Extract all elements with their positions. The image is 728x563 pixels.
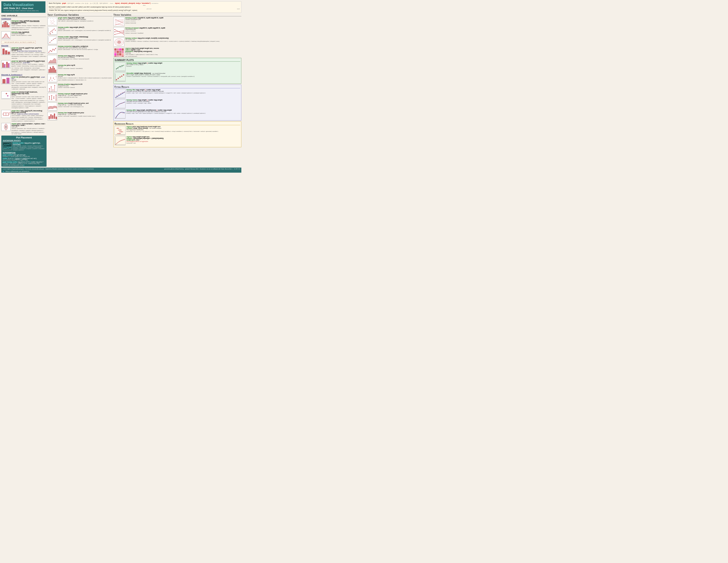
svg-point-102 [56, 77, 56, 77]
svg-point-80 [55, 48, 56, 49]
page: Data Visualization with Stata 14.1 Cheat… [0, 0, 243, 188]
svg-point-54 [51, 31, 51, 32]
contour-name: 3D contour plot [125, 39, 241, 40]
twoway-rbar-options: vertical • horizontal • barwidth(#) • mw… [58, 115, 113, 117]
svg-point-221 [119, 133, 120, 134]
right-column: Three Variables [113, 14, 241, 167]
pcspike-note: (sysuse nlswide1) [125, 20, 241, 22]
lfitci-thumb [114, 89, 126, 98]
twoway-rbar-entry: twoway rbar length headroom price range … [47, 112, 113, 120]
lowess-options: bwidth(#) • mean • noweight • logit • ad… [126, 102, 240, 104]
svg-text:y₂: y₂ [50, 18, 51, 19]
svg-rect-14 [4, 64, 6, 68]
appearance-row: <marker, line, text, axis, legend, backg… [49, 9, 240, 11]
plotmatrix-cmd: regress mpg trunk weight length turn, no… [125, 47, 241, 52]
svg-point-202 [120, 103, 120, 104]
inspired-label: inspired by RStudio's awesome Cheat Shee… [45, 168, 94, 169]
graph-bar-median-options: (axis) • (percent) • (count) • (stat: me… [11, 81, 47, 90]
graph-box-note: graph box draws vertical boxplots [17, 113, 39, 115]
pcspike-options: vertical, horizontal [125, 22, 241, 24]
summary-title: Summary Plots [114, 59, 240, 62]
superimpose-title: Superimpose [3, 152, 45, 154]
twoway-bar-entry: twoway bar price rep78 bar plot vertical… [47, 64, 113, 73]
twoway-scatter-cmd: twoway scatter mpg weight, jitter(7) [58, 26, 113, 28]
disc-x-cont-y-title: Discrete X, Continuous Y [1, 74, 47, 76]
pcspike-name: Parallel coordinates plot [125, 19, 241, 20]
svg-point-49 [54, 21, 54, 22]
svg-rect-131 [50, 114, 52, 119]
svg-rect-168 [122, 53, 124, 55]
juxtapose-title: Juxtapose (Facet) [3, 139, 45, 141]
twoway-rarea-name: range plot (y₁ ÷ y₂) with area shading [58, 104, 113, 106]
svg-point-95 [51, 79, 51, 79]
svg-point-50 [53, 24, 54, 24]
svg-point-45 [52, 23, 53, 24]
twoway-rcapsym-desc: twoway rcapsym length headroom price ran… [58, 93, 113, 98]
graph-bar-count-cmd: graph bar (count), over(foreign, gap(*0.… [11, 47, 47, 50]
lowess-entry: twoway lowess mpg weight || scatter mpg … [114, 99, 240, 108]
svg-rect-15 [6, 62, 8, 68]
svg-rect-165 [114, 53, 116, 55]
footer: Laura Hughes (lhughes@usaid.gov) • Tim E… [1, 167, 241, 170]
pcspike-thumb [113, 17, 124, 26]
twoway-scatter-mlabel-name: scatter plot with labelled values [58, 38, 113, 39]
svg-point-176 [118, 68, 119, 69]
mband-desc: twoway mband mpg weight || scatter mpg w… [126, 62, 240, 71]
svg-rect-86 [50, 67, 51, 73]
coefplot-cmd: regress price mpg headroom trunk length … [126, 126, 240, 129]
graph-cmd: graph [62, 2, 66, 4]
updated-label: updated February 2016 [185, 168, 198, 169]
svg-rect-4 [8, 25, 9, 27]
kdensity-thumb [1, 31, 11, 39]
twoway-rarea-options: vertical • horizontal • sort cmissing(ye… [58, 106, 113, 107]
svg-text:20: 20 [54, 38, 55, 39]
svg-rect-158 [117, 48, 119, 51]
lfitci-cmd: twoway lfitci mpg weight || scatter mpg … [126, 89, 240, 90]
save-label: save [237, 8, 240, 9]
yline-syntax: yline(yint) [128, 2, 135, 4]
svg-point-48 [53, 22, 54, 22]
graph-matrix-thumb: y₁ y₂ y₃ y₄ [47, 17, 57, 25]
binscatter-thumb [114, 72, 126, 82]
graph-dot-desc: graph dot (mean) length headroom, over(f… [11, 91, 47, 109]
lfitci-options: level(#) • stdp • stdf • nofit • fitplot… [126, 92, 240, 94]
one-variable-title: One Variable [1, 15, 47, 17]
histogram-entry: histogram mpg, width(5) freq kdensity kd… [1, 20, 47, 30]
svg-rect-3 [7, 23, 8, 27]
mband-thumb [114, 62, 126, 71]
svg-point-98 [52, 80, 53, 81]
svg-rect-18 [2, 79, 6, 83]
graph-dot-cmd: graph dot (mean) length headroom, over(f… [11, 91, 47, 94]
in-syntax: [in] [94, 2, 96, 4]
footer-right: geocenter.github.io/StataTraining update… [164, 168, 240, 169]
author2-label: Tim Essam (tessam@usaid.gov) [25, 168, 44, 169]
basic-plot-syntax-label: Basic Plot Syntax: [49, 2, 61, 4]
histogram-name: histogram [11, 23, 47, 25]
vioplot-thumb [1, 123, 11, 131]
svg-rect-163 [119, 51, 121, 53]
twoway-scatter-options: jitter(#) • jitterseed(#) • sort • cmiss… [58, 30, 113, 31]
mband-cmd: twoway mband mpg weight || scatter mpg w… [126, 62, 240, 64]
marginsplot-thumb [114, 136, 126, 145]
svg-point-97 [51, 77, 51, 78]
graph-bar-pct-options: (axis) • (percent) • (count) • over(<var… [11, 63, 47, 73]
contour-cmd: twoway contour mpg price weight, level(2… [125, 37, 241, 39]
coefplot-thumb [114, 126, 126, 135]
author1-label: Laura Hughes (lhughes@usaid.gov) [3, 168, 24, 169]
by-syntax: by(var) [115, 2, 120, 4]
graph-hbox-thumb [1, 110, 11, 118]
svg-point-147 [123, 34, 124, 34]
plotmatrix-name: heatmap [125, 52, 241, 54]
twoway-bar-name: bar plot [58, 66, 113, 68]
svg-text:y₃: y₃ [53, 18, 53, 19]
twitter-icon: 🐦 [3, 171, 4, 172]
svg-point-56 [53, 29, 54, 30]
qfitci-thumb [114, 109, 126, 118]
twoway-connected-cmd: twoway connected mpg price, sort(price) [58, 45, 113, 47]
twoway-area-name: line plot with area shading [58, 56, 113, 58]
left-column: One Variable Continuous histogram mpg, w… [1, 14, 47, 167]
plotmatrix-desc: regress mpg trunk weight length turn, no… [125, 47, 241, 57]
svg-point-208 [118, 113, 119, 114]
twoway-scatter-desc: twoway scatter mpg weight, jitter(7) sca… [58, 26, 113, 31]
twoway-area-desc: twoway area mpg price, sort(price) line … [58, 55, 113, 60]
